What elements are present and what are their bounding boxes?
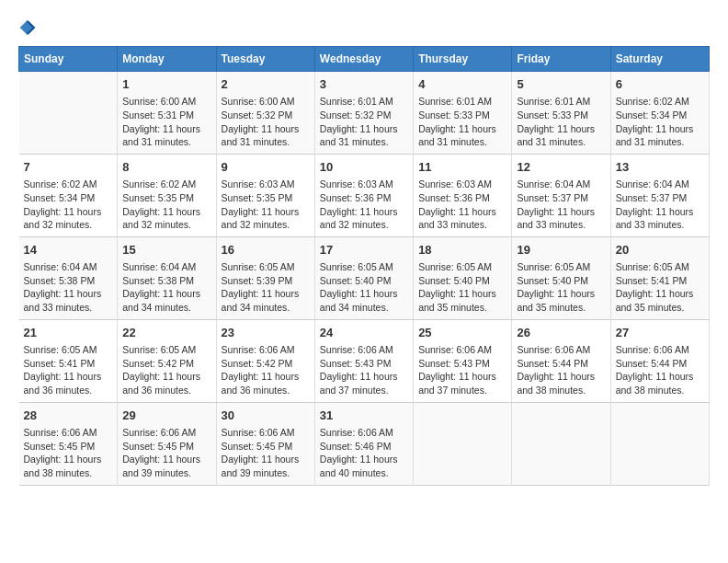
day-info: Sunrise: 6:05 AM Sunset: 5:40 PM Dayligh… (320, 260, 408, 315)
header-cell-wednesday: Wednesday (314, 47, 413, 72)
day-cell (610, 402, 709, 485)
header (18, 18, 710, 37)
day-number: 29 (122, 408, 210, 424)
calendar-table: SundayMondayTuesdayWednesdayThursdayFrid… (18, 46, 710, 486)
day-number: 10 (320, 159, 408, 176)
day-info: Sunrise: 6:04 AM Sunset: 5:38 PM Dayligh… (122, 260, 210, 315)
day-cell: 17Sunrise: 6:05 AM Sunset: 5:40 PM Dayli… (314, 236, 413, 319)
day-info: Sunrise: 6:01 AM Sunset: 5:33 PM Dayligh… (517, 95, 605, 149)
day-info: Sunrise: 6:04 AM Sunset: 5:37 PM Dayligh… (616, 178, 704, 232)
day-info: Sunrise: 6:05 AM Sunset: 5:41 PM Dayligh… (24, 343, 113, 397)
day-cell: 5Sunrise: 6:01 AM Sunset: 5:33 PM Daylig… (512, 72, 610, 155)
day-info: Sunrise: 6:05 AM Sunset: 5:42 PM Dayligh… (122, 343, 210, 397)
day-number: 27 (616, 325, 704, 341)
day-cell: 11Sunrise: 6:03 AM Sunset: 5:36 PM Dayli… (414, 154, 512, 236)
day-info: Sunrise: 6:06 AM Sunset: 5:45 PM Dayligh… (122, 426, 210, 480)
week-row-3: 21Sunrise: 6:05 AM Sunset: 5:41 PM Dayli… (19, 319, 710, 402)
day-info: Sunrise: 6:06 AM Sunset: 5:43 PM Dayligh… (418, 343, 506, 397)
logo-icon (18, 18, 37, 37)
day-cell: 9Sunrise: 6:03 AM Sunset: 5:35 PM Daylig… (216, 154, 314, 236)
week-row-0: 1Sunrise: 6:00 AM Sunset: 5:31 PM Daylig… (19, 72, 710, 155)
day-number: 16 (222, 242, 310, 259)
day-cell: 22Sunrise: 6:05 AM Sunset: 5:42 PM Dayli… (118, 319, 216, 402)
day-info: Sunrise: 6:06 AM Sunset: 5:45 PM Dayligh… (24, 426, 113, 480)
day-cell: 1Sunrise: 6:00 AM Sunset: 5:31 PM Daylig… (118, 72, 216, 155)
day-cell: 31Sunrise: 6:06 AM Sunset: 5:46 PM Dayli… (314, 402, 413, 485)
day-info: Sunrise: 6:06 AM Sunset: 5:44 PM Dayligh… (616, 343, 704, 397)
day-cell: 29Sunrise: 6:06 AM Sunset: 5:45 PM Dayli… (118, 402, 216, 485)
header-cell-tuesday: Tuesday (216, 47, 314, 72)
day-cell: 4Sunrise: 6:01 AM Sunset: 5:33 PM Daylig… (414, 72, 512, 155)
day-cell: 20Sunrise: 6:05 AM Sunset: 5:41 PM Dayli… (610, 236, 709, 319)
day-cell: 24Sunrise: 6:06 AM Sunset: 5:43 PM Dayli… (314, 319, 413, 402)
day-cell: 2Sunrise: 6:00 AM Sunset: 5:32 PM Daylig… (216, 72, 314, 155)
day-cell: 8Sunrise: 6:02 AM Sunset: 5:35 PM Daylig… (118, 154, 216, 236)
day-info: Sunrise: 6:05 AM Sunset: 5:39 PM Dayligh… (222, 260, 310, 315)
day-number: 26 (517, 325, 605, 341)
header-cell-saturday: Saturday (610, 47, 709, 72)
day-number: 4 (418, 76, 506, 93)
calendar-header: SundayMondayTuesdayWednesdayThursdayFrid… (19, 47, 710, 72)
day-info: Sunrise: 6:02 AM Sunset: 5:35 PM Dayligh… (122, 178, 210, 232)
day-number: 3 (320, 76, 408, 93)
day-info: Sunrise: 6:04 AM Sunset: 5:37 PM Dayligh… (517, 178, 605, 232)
day-info: Sunrise: 6:06 AM Sunset: 5:45 PM Dayligh… (222, 426, 310, 480)
day-cell: 16Sunrise: 6:05 AM Sunset: 5:39 PM Dayli… (216, 236, 314, 319)
day-cell: 27Sunrise: 6:06 AM Sunset: 5:44 PM Dayli… (610, 319, 709, 402)
day-cell: 30Sunrise: 6:06 AM Sunset: 5:45 PM Dayli… (216, 402, 314, 485)
header-cell-monday: Monday (118, 47, 216, 72)
day-cell: 15Sunrise: 6:04 AM Sunset: 5:38 PM Dayli… (118, 236, 216, 319)
day-info: Sunrise: 6:03 AM Sunset: 5:35 PM Dayligh… (222, 178, 310, 232)
day-cell (512, 402, 610, 485)
day-number: 28 (24, 408, 113, 424)
day-number: 9 (222, 159, 310, 176)
day-info: Sunrise: 6:00 AM Sunset: 5:31 PM Dayligh… (122, 95, 210, 149)
header-cell-thursday: Thursday (414, 47, 512, 72)
calendar-body: 1Sunrise: 6:00 AM Sunset: 5:31 PM Daylig… (19, 72, 710, 486)
day-cell: 18Sunrise: 6:05 AM Sunset: 5:40 PM Dayli… (414, 236, 512, 319)
day-cell (414, 402, 512, 485)
day-info: Sunrise: 6:00 AM Sunset: 5:32 PM Dayligh… (222, 95, 310, 149)
day-info: Sunrise: 6:06 AM Sunset: 5:43 PM Dayligh… (320, 343, 408, 397)
day-number: 17 (320, 242, 408, 259)
day-cell: 23Sunrise: 6:06 AM Sunset: 5:42 PM Dayli… (216, 319, 314, 402)
day-number: 5 (517, 76, 605, 93)
day-number: 25 (418, 325, 506, 341)
day-cell: 19Sunrise: 6:05 AM Sunset: 5:40 PM Dayli… (512, 236, 610, 319)
day-cell: 3Sunrise: 6:01 AM Sunset: 5:32 PM Daylig… (314, 72, 413, 155)
day-number: 14 (24, 242, 113, 259)
day-number: 30 (222, 408, 310, 424)
week-row-2: 14Sunrise: 6:04 AM Sunset: 5:38 PM Dayli… (19, 236, 710, 319)
week-row-1: 7Sunrise: 6:02 AM Sunset: 5:34 PM Daylig… (19, 154, 710, 236)
day-info: Sunrise: 6:04 AM Sunset: 5:38 PM Dayligh… (24, 260, 113, 315)
header-cell-friday: Friday (512, 47, 610, 72)
day-cell: 12Sunrise: 6:04 AM Sunset: 5:37 PM Dayli… (512, 154, 610, 236)
day-info: Sunrise: 6:01 AM Sunset: 5:32 PM Dayligh… (320, 95, 408, 149)
day-cell (19, 72, 118, 155)
day-number: 15 (122, 242, 210, 259)
day-info: Sunrise: 6:01 AM Sunset: 5:33 PM Dayligh… (418, 95, 506, 149)
day-number: 23 (222, 325, 310, 341)
day-cell: 7Sunrise: 6:02 AM Sunset: 5:34 PM Daylig… (19, 154, 118, 236)
logo (18, 18, 40, 37)
day-number: 24 (320, 325, 408, 341)
day-number: 7 (24, 159, 113, 176)
day-cell: 13Sunrise: 6:04 AM Sunset: 5:37 PM Dayli… (610, 154, 709, 236)
day-number: 1 (122, 76, 210, 93)
day-cell: 28Sunrise: 6:06 AM Sunset: 5:45 PM Dayli… (19, 402, 118, 485)
header-cell-sunday: Sunday (19, 47, 118, 72)
day-number: 6 (616, 76, 704, 93)
day-info: Sunrise: 6:03 AM Sunset: 5:36 PM Dayligh… (320, 178, 408, 232)
day-number: 12 (517, 159, 605, 176)
day-number: 8 (122, 159, 210, 176)
day-number: 13 (616, 159, 704, 176)
day-number: 18 (418, 242, 506, 259)
day-number: 22 (122, 325, 210, 341)
day-number: 31 (320, 408, 408, 424)
day-number: 21 (24, 325, 113, 341)
day-info: Sunrise: 6:06 AM Sunset: 5:46 PM Dayligh… (320, 426, 408, 480)
day-cell: 25Sunrise: 6:06 AM Sunset: 5:43 PM Dayli… (414, 319, 512, 402)
day-cell: 6Sunrise: 6:02 AM Sunset: 5:34 PM Daylig… (610, 72, 709, 155)
day-number: 20 (616, 242, 704, 259)
day-number: 11 (418, 159, 506, 176)
